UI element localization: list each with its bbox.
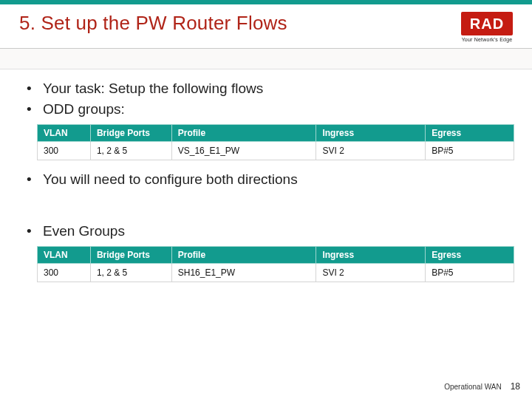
col-header-bridge-ports: Bridge Ports	[90, 125, 171, 142]
bullet-item: Your task: Setup the following flows	[27, 78, 510, 99]
spacer	[22, 194, 510, 221]
cell-bridge-ports: 1, 2 & 5	[90, 142, 171, 160]
bullet-item: You will need to configure both directio…	[27, 169, 510, 190]
bullets-mid: You will need to configure both directio…	[27, 169, 510, 190]
cell-bridge-ports: 1, 2 & 5	[90, 264, 171, 282]
content: Your task: Setup the following flows ODD…	[0, 69, 532, 282]
bullet-item: Even Groups	[27, 221, 510, 242]
logo-block: RAD Your Network's Edge	[461, 12, 513, 42]
page-title: 5. Set up the PW Router Flows	[19, 12, 287, 35]
table-header-row: VLAN Bridge Ports Profile Ingress Egress	[38, 247, 514, 264]
header: 5. Set up the PW Router Flows RAD Your N…	[0, 4, 532, 49]
bullet-item: ODD groups:	[27, 99, 510, 120]
cell-vlan: 300	[38, 142, 91, 160]
table-even-groups: VLAN Bridge Ports Profile Ingress Egress…	[37, 246, 514, 282]
footer: Operational WAN 18	[444, 381, 520, 392]
col-header-profile: Profile	[171, 125, 316, 142]
col-header-ingress: Ingress	[316, 247, 426, 264]
col-header-egress: Egress	[426, 125, 514, 142]
bullets-top: Your task: Setup the following flows ODD…	[27, 78, 510, 120]
cell-ingress: SVI 2	[316, 264, 426, 282]
table-row: 300 1, 2 & 5 SH16_E1_PW SVI 2 BP#5	[38, 264, 514, 282]
logo-text: RAD	[470, 16, 504, 33]
col-header-egress: Egress	[426, 247, 514, 264]
col-header-vlan: VLAN	[38, 247, 91, 264]
table-header-row: VLAN Bridge Ports Profile Ingress Egress	[38, 125, 514, 142]
table-row: 300 1, 2 & 5 VS_16_E1_PW SVI 2 BP#5	[38, 142, 514, 160]
cell-egress: BP#5	[426, 264, 514, 282]
cell-ingress: SVI 2	[316, 142, 426, 160]
col-header-bridge-ports: Bridge Ports	[90, 247, 171, 264]
logo-tagline: Your Network's Edge	[461, 37, 513, 42]
col-header-profile: Profile	[171, 247, 316, 264]
subheader-band	[0, 49, 532, 69]
table-odd-groups: VLAN Bridge Ports Profile Ingress Egress…	[37, 124, 514, 160]
slide: 5. Set up the PW Router Flows RAD Your N…	[0, 0, 532, 399]
col-header-ingress: Ingress	[316, 125, 426, 142]
footer-label: Operational WAN	[444, 383, 501, 391]
cell-vlan: 300	[38, 264, 91, 282]
page-number: 18	[511, 381, 520, 392]
col-header-vlan: VLAN	[38, 125, 91, 142]
cell-profile: SH16_E1_PW	[171, 264, 316, 282]
bullets-low: Even Groups	[27, 221, 510, 242]
rad-logo: RAD	[461, 12, 513, 35]
cell-profile: VS_16_E1_PW	[171, 142, 316, 160]
cell-egress: BP#5	[426, 142, 514, 160]
